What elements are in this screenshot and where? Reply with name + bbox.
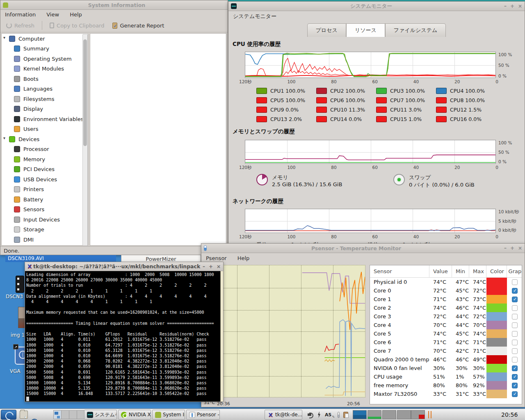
sidebar-item[interactable]: Devices <box>2 134 88 144</box>
sidebar-item[interactable]: Input Devices <box>2 215 88 225</box>
sidebar-item[interactable]: Boots <box>2 74 88 84</box>
workspace-3[interactable] <box>69 410 77 419</box>
graph-checkbox[interactable] <box>512 314 518 320</box>
sysmon-titlebar[interactable]: システムモニター – + × <box>228 2 525 11</box>
input-method-icon[interactable]: A5 <box>325 412 334 418</box>
swap-graph-applet[interactable] <box>382 410 396 419</box>
graph-checkbox[interactable] <box>512 288 518 294</box>
sidebar-item[interactable]: Memory <box>2 154 88 164</box>
graph-checkbox[interactable] <box>512 348 518 354</box>
generate-report-button[interactable]: Generate Report <box>110 21 167 30</box>
vga-shortcut-label[interactable]: VGA <box>10 368 21 374</box>
taskbar-button-system-information[interactable]: System In... <box>152 410 185 420</box>
close-button[interactable]: × <box>518 245 522 251</box>
sensor-row[interactable]: Core 3 72°C 44°C 72°C <box>370 312 522 321</box>
sidebar-item[interactable]: Environment Variables <box>2 114 88 124</box>
graph-checkbox[interactable] <box>512 365 518 371</box>
sensor-row[interactable]: Quadro 2000 0 temp 46°C 46°C 49°C <box>370 355 522 364</box>
sidebar-item[interactable]: Processor <box>2 144 88 155</box>
sidebar-item[interactable]: Kernel Modules <box>2 64 88 74</box>
tab-filesystems[interactable]: ファイルシステム <box>385 23 446 37</box>
menu-view[interactable]: View <box>46 11 60 18</box>
sidebar-item[interactable]: PCI Devices <box>2 164 88 175</box>
file-manager-launcher-icon[interactable] <box>20 411 28 419</box>
memory-graph-applet[interactable] <box>368 410 381 419</box>
maximize-button[interactable]: + <box>209 264 213 269</box>
graph-checkbox[interactable] <box>512 357 518 363</box>
sidebar-item[interactable]: Computer <box>2 34 88 44</box>
sidebar-item[interactable]: Sensors <box>2 205 88 215</box>
powermizer-button[interactable]: PowerMizer <box>146 256 176 262</box>
sidebar-item[interactable]: Display <box>2 104 88 114</box>
network-graph-applet[interactable] <box>411 410 425 419</box>
minimize-button[interactable]: – <box>504 245 507 251</box>
sidebar-item[interactable]: USB Devices <box>2 174 88 185</box>
load-graph-applet[interactable] <box>397 410 411 419</box>
sidebar-item[interactable]: Languages <box>2 84 88 94</box>
menu-psensor[interactable]: Psensor <box>205 254 228 262</box>
sidebar-item[interactable]: Filesystems <box>2 94 88 104</box>
desktop-file-selected-label[interactable]: DSCN3109.AVI <box>5 255 116 262</box>
workspace-1[interactable] <box>53 410 62 419</box>
clipboard-manager-icon[interactable] <box>343 412 348 418</box>
sensor-row[interactable]: Maxtor 7L320S0 33°C 31°C 33°C <box>370 390 522 398</box>
sensor-row[interactable]: Core 0 72°C 45°C 72°C <box>370 286 522 295</box>
graph-checkbox[interactable] <box>512 322 518 328</box>
video-file-label[interactable]: DSCN3 <box>6 294 23 299</box>
sensor-row[interactable]: Physical id 0 74°C 47°C 74°C <box>370 278 522 286</box>
workspace-2[interactable] <box>61 410 69 419</box>
image-file-label[interactable]: img 1 <box>11 332 25 338</box>
sensor-row[interactable]: Core 6 71°C 42°C 71°C <box>370 338 522 347</box>
maximize-button[interactable]: + <box>510 3 514 9</box>
workspace-4[interactable] <box>77 410 85 419</box>
tab-processes[interactable]: プロセス <box>307 23 346 37</box>
sysinfo-titlebar[interactable]: System Information <box>0 0 228 10</box>
maximize-button[interactable]: + <box>510 245 514 251</box>
cpu-graph-applet[interactable] <box>353 410 367 419</box>
sidebar-item[interactable]: Battery <box>2 194 88 205</box>
sidebar-item[interactable]: DMI <box>2 235 88 245</box>
sensor-row[interactable]: Core 2 74°C 46°C 74°C <box>370 304 522 312</box>
sensor-row[interactable]: CPU usage 51% 1% 57% <box>370 372 522 381</box>
graph-checkbox[interactable] <box>512 340 518 345</box>
sidebar-scrollbar[interactable] <box>82 34 88 246</box>
sensor-row[interactable]: Core 1 71°C 43°C 73°C <box>370 295 522 304</box>
graph-checkbox[interactable] <box>512 374 518 380</box>
psensor-titlebar[interactable]: Psensor - Temperature Monitor – + × <box>201 244 525 253</box>
taskbar-button-psensor[interactable]: Psensor - ... <box>186 410 220 420</box>
sidebar-item[interactable]: Summary <box>2 44 88 54</box>
menu-help[interactable]: Help <box>237 254 251 262</box>
sensor-row[interactable]: Core 7 70°C 42°C 71°C <box>370 347 522 355</box>
close-button[interactable]: × <box>217 264 221 269</box>
taskbar-button-nvidia[interactable]: NVIDIA X... <box>118 410 151 420</box>
scrollbar-thumb[interactable] <box>83 39 87 146</box>
minimize-button[interactable]: – <box>504 3 507 9</box>
taskbar-button-terminal[interactable]: tk@tk-de... <box>265 410 302 420</box>
disk-activity-applet[interactable] <box>427 410 432 419</box>
sidebar-item[interactable]: Printers <box>2 185 88 195</box>
copy-to-clipboard-button[interactable]: Copy to Clipboard <box>47 21 107 30</box>
graph-checkbox[interactable] <box>512 391 518 397</box>
video-file-icon[interactable] <box>16 276 24 293</box>
taskbar-button-system-monitor[interactable]: システムモ... <box>84 410 117 420</box>
sidebar-item[interactable] <box>2 245 88 246</box>
terminal-output[interactable]: Leading dimension of array : 1000 2000 5… <box>25 271 220 402</box>
graph-checkbox[interactable] <box>512 279 518 285</box>
graph-checkbox[interactable] <box>512 331 518 337</box>
terminal-titlebar[interactable]: X tk@tk-desktop: ~/ã??ã?¦ã?³ã···ux/mkl/b… <box>25 262 223 271</box>
temperature-tray-icon[interactable] <box>338 412 340 418</box>
graph-checkbox[interactable] <box>512 305 518 311</box>
sensor-row[interactable]: Core 4 70°C 44°C 70°C <box>370 321 522 329</box>
sidebar-item[interactable]: Operating System <box>2 54 88 64</box>
menu-system-monitor[interactable]: システムモニター <box>232 12 277 21</box>
sensor-row[interactable]: NVIDIA 0 fan level 30% 30% 30% <box>370 364 522 372</box>
sidebar-item[interactable]: Storage <box>2 225 88 235</box>
close-button[interactable]: × <box>518 3 522 9</box>
terminal-scrollbar[interactable] <box>220 271 223 402</box>
tab-resources[interactable]: リソース <box>346 23 385 37</box>
power-manager-icon[interactable] <box>317 411 321 418</box>
graph-checkbox[interactable] <box>512 383 518 388</box>
menu-help[interactable]: Help <box>69 11 83 18</box>
start-menu-button[interactable] <box>1 410 16 420</box>
sidebar-item[interactable]: Users <box>2 124 88 135</box>
